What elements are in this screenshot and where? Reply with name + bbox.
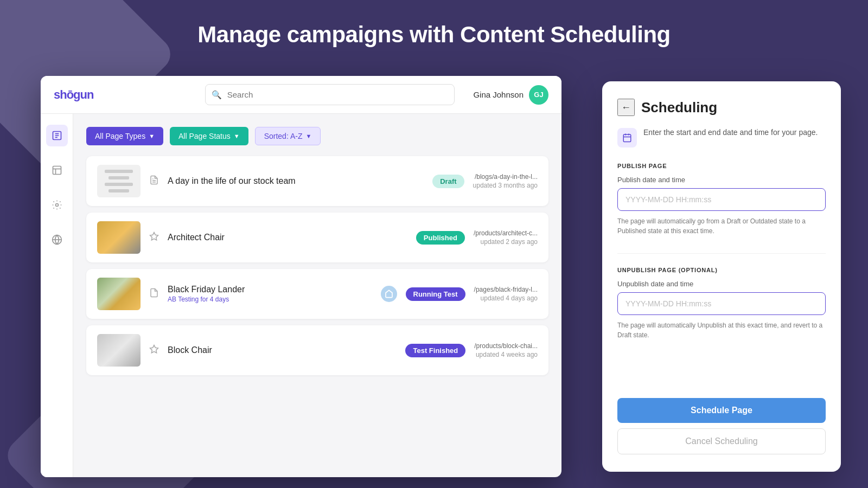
app-body: All Page Types ▼ All Page Status ▼ Sorte… (41, 114, 561, 477)
page-list: A day in the life of our stock team Draf… (86, 156, 548, 375)
user-avatar: GJ (529, 85, 548, 105)
svg-rect-14 (623, 134, 631, 142)
page-info: Black Friday Lander AB Testing for 4 day… (168, 285, 372, 303)
top-bar: shōgun 🔍 Gina Johnson GJ (41, 76, 561, 114)
chevron-down-icon: ▼ (305, 133, 311, 139)
chevron-down-icon: ▼ (234, 133, 240, 139)
thumb-line (105, 170, 132, 173)
publish-date-input[interactable] (617, 188, 826, 211)
page-title: Black Friday Lander (168, 285, 372, 294)
page-path: /products/block-chai... (474, 342, 538, 350)
search-input[interactable] (205, 84, 455, 105)
table-row[interactable]: A day in the life of our stock team Draf… (86, 156, 548, 206)
status-badge: Published (416, 231, 465, 245)
page-updated: updated 2 days ago (474, 238, 538, 246)
table-row[interactable]: Architect Chair Published /products/arch… (86, 213, 548, 262)
sidebar (41, 114, 73, 477)
page-path: /products/architect-c... (474, 229, 538, 237)
unpublish-date-input[interactable] (617, 292, 826, 315)
back-button[interactable]: ← (617, 99, 635, 116)
status-badge: Test Finished (405, 344, 465, 357)
panel-header: ← Scheduling (617, 99, 826, 116)
page-info: A day in the life of our stock team (168, 176, 424, 186)
publish-section: Publish Page Publish date and time The p… (617, 163, 826, 251)
logo: shōgun (54, 88, 93, 102)
unpublish-section-label: Unpublish Page (Optional) (617, 267, 826, 273)
filter-bar: All Page Types ▼ All Page Status ▼ Sorte… (86, 127, 548, 145)
publish-date-label: Publish date and time (617, 176, 826, 184)
sidebar-item-settings[interactable] (46, 194, 68, 216)
panel-info-text: Enter the start and end date and time fo… (643, 127, 818, 138)
page-meta: /products/block-chai... updated 4 weeks … (474, 342, 538, 358)
panel-info-row: Enter the start and end date and time fo… (617, 127, 826, 147)
page-subtitle: AB Testing for 4 days (168, 296, 372, 303)
page-type-page-icon (149, 288, 159, 300)
user-name: Gina Johnson (473, 90, 524, 99)
page-type-product-icon (149, 232, 159, 244)
unpublish-section: Unpublish Page (Optional) Unpublish date… (617, 267, 826, 355)
page-type-product-icon (149, 344, 159, 357)
publish-section-label: Publish Page (617, 163, 826, 169)
page-updated: updated 4 weeks ago (474, 351, 538, 358)
user-area: Gina Johnson GJ (473, 85, 548, 105)
filter-page-types[interactable]: All Page Types ▼ (86, 127, 163, 145)
unpublish-hint: The page will automatically Unpublish at… (617, 320, 826, 340)
page-meta: /pages/black-friday-l... updated 4 days … (474, 286, 538, 302)
calendar-icon (617, 128, 637, 147)
search-bar: 🔍 (205, 84, 455, 105)
main-content: All Page Types ▼ All Page Status ▼ Sorte… (73, 114, 561, 477)
page-header-title: Manage campaigns with Content Scheduling (0, 22, 868, 48)
panel-title: Scheduling (641, 99, 717, 116)
ab-test-icon (381, 286, 397, 302)
page-title: Architect Chair (168, 233, 407, 242)
filter-page-types-label: All Page Types (95, 132, 145, 140)
page-updated: updated 3 months ago (473, 182, 538, 189)
status-badge: Running Test (406, 287, 465, 301)
page-thumbnail (97, 221, 141, 254)
search-icon: 🔍 (212, 90, 222, 100)
sidebar-item-templates[interactable] (46, 159, 68, 181)
page-info: Architect Chair (168, 233, 407, 242)
page-thumbnail (97, 278, 141, 310)
filter-page-status[interactable]: All Page Status ▼ (170, 127, 248, 145)
table-row[interactable]: Black Friday Lander AB Testing for 4 day… (86, 269, 548, 319)
page-title: Block Chair (168, 345, 397, 355)
svg-rect-4 (53, 166, 61, 175)
page-path: /blogs/a-day-in-the-l... (473, 173, 538, 181)
unpublish-date-label: Unpublish date and time (617, 280, 826, 288)
page-path: /pages/black-friday-l... (474, 286, 538, 293)
scheduling-panel: ← Scheduling Enter the start and end dat… (602, 81, 841, 472)
page-title: A day in the life of our stock team (168, 176, 424, 186)
filter-page-status-label: All Page Status (178, 132, 231, 140)
cancel-scheduling-button[interactable]: Cancel Scheduling (617, 428, 826, 454)
page-thumbnail (97, 334, 141, 367)
thumb-line (108, 189, 129, 192)
filter-sorted-label: Sorted: A-Z (264, 132, 303, 140)
page-updated: updated 4 days ago (474, 294, 538, 302)
sidebar-item-global[interactable] (46, 229, 68, 251)
section-divider (617, 253, 826, 254)
sidebar-item-pages[interactable] (46, 125, 68, 146)
thumb-line (108, 176, 129, 179)
panel-actions: Schedule Page Cancel Scheduling (617, 393, 826, 454)
thumb-line (105, 183, 132, 186)
page-thumbnail (97, 165, 141, 197)
page-type-blog-icon (149, 175, 159, 188)
svg-marker-12 (150, 232, 158, 240)
page-info: Block Chair (168, 345, 397, 355)
schedule-page-button[interactable]: Schedule Page (617, 398, 826, 423)
svg-point-7 (55, 204, 58, 207)
status-badge: Draft (432, 175, 464, 188)
page-meta: /products/architect-c... updated 2 days … (474, 229, 538, 246)
filter-sorted[interactable]: Sorted: A-Z ▼ (255, 127, 321, 145)
page-meta: /blogs/a-day-in-the-l... updated 3 month… (473, 173, 538, 189)
publish-hint: The page will automatically go from a Dr… (617, 216, 826, 236)
chevron-down-icon: ▼ (149, 133, 155, 139)
app-window: shōgun 🔍 Gina Johnson GJ (41, 76, 561, 477)
svg-marker-13 (150, 345, 158, 352)
table-row[interactable]: Block Chair Test Finished /products/bloc… (86, 325, 548, 375)
